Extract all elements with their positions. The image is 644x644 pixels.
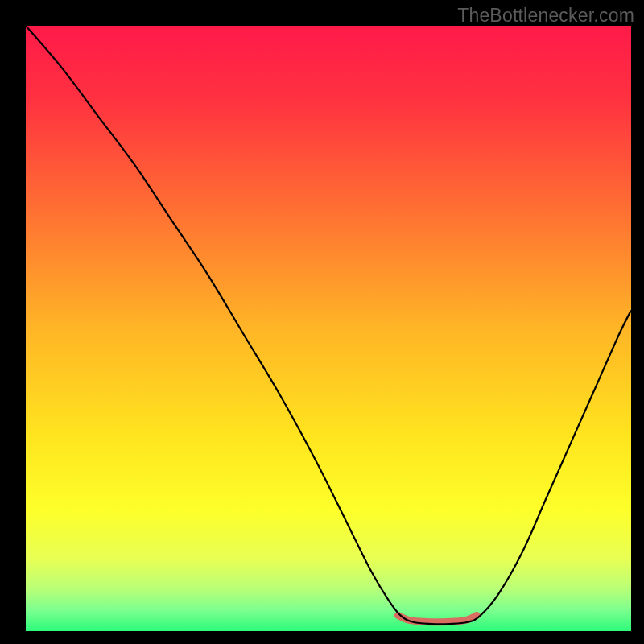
watermark-text: TheBottlenecker.com — [457, 5, 634, 27]
chart-frame: TheBottlenecker.com — [0, 0, 644, 644]
curve-layer — [26, 26, 631, 631]
plot-area — [26, 26, 631, 631]
bottleneck-curve — [26, 26, 631, 624]
